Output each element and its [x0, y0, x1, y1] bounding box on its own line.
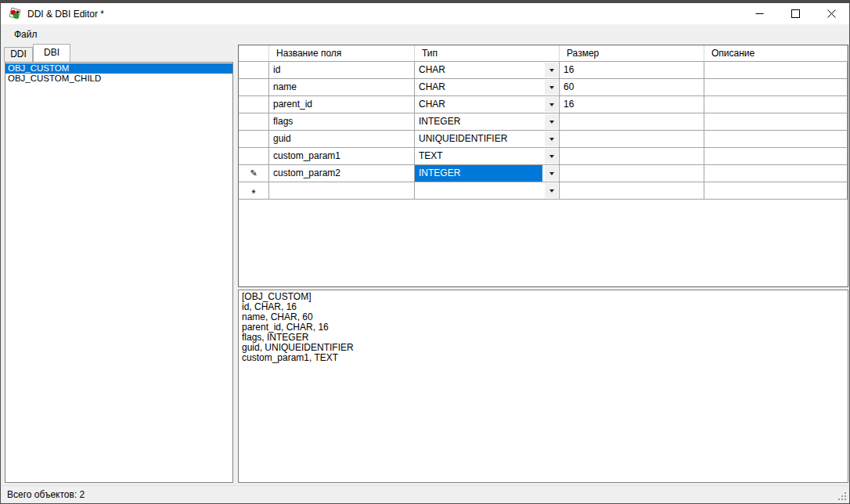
chevron-down-icon [549, 138, 554, 141]
row-header[interactable] [239, 96, 269, 113]
grid-cell-description[interactable] [704, 79, 848, 96]
grid-cell-size[interactable] [560, 148, 704, 165]
grid-header-row: Название поля Тип Размер Описание [239, 45, 848, 62]
grid-cell-type[interactable]: CHAR [415, 96, 560, 113]
type-dropdown-button[interactable] [545, 97, 558, 112]
grid-row: flagsINTEGER [239, 113, 848, 131]
minimize-button[interactable] [741, 3, 777, 24]
tab-ddi[interactable]: DDI [4, 47, 33, 62]
minimize-icon [755, 9, 764, 18]
type-dropdown-button[interactable] [545, 183, 558, 198]
column-header-description[interactable]: Описание [704, 45, 848, 62]
chevron-down-icon [549, 86, 554, 89]
app-window: DDI & DBI Editor * Файл DDI DBI OBJ_CUST… [0, 0, 850, 504]
grid-cell-type[interactable]: INTEGER [415, 113, 560, 131]
row-header[interactable] [239, 148, 269, 165]
column-header-name[interactable]: Название поля [269, 45, 415, 62]
type-value[interactable]: CHAR [415, 96, 542, 113]
grid-cell-size[interactable] [560, 113, 704, 131]
type-value[interactable] [415, 182, 542, 199]
edit-pencil-icon: ✎ [250, 169, 257, 178]
type-dropdown-button[interactable] [545, 114, 558, 129]
column-header-type[interactable]: Тип [415, 45, 560, 62]
grid-cell-description[interactable] [704, 182, 848, 200]
row-header[interactable]: * [239, 182, 269, 200]
type-dropdown-button[interactable] [545, 166, 558, 181]
type-dropdown-button[interactable] [545, 63, 558, 77]
type-dropdown-button[interactable] [545, 80, 558, 95]
row-header[interactable] [239, 79, 269, 96]
app-icon [8, 7, 22, 21]
grid-cell-name[interactable]: id [269, 62, 415, 79]
object-list: OBJ_CUSTOMOBJ_CUSTOM_CHILD [5, 62, 233, 483]
menu-bar: Файл [1, 24, 849, 45]
grid-cell-type[interactable]: CHAR [415, 62, 560, 79]
type-dropdown-button[interactable] [545, 149, 558, 164]
list-item[interactable]: OBJ_CUSTOM_CHILD [5, 74, 232, 84]
grid-row: nameCHAR60 [239, 79, 848, 96]
type-value[interactable]: INTEGER [415, 165, 542, 182]
row-header[interactable]: ✎ [239, 165, 269, 182]
grid-cell-description[interactable] [704, 131, 848, 148]
new-row-asterisk-icon: * [251, 185, 255, 197]
grid-cell-type[interactable]: CHAR [415, 79, 560, 96]
grid-cell-size[interactable]: 60 [560, 79, 704, 96]
type-dropdown-button[interactable] [545, 131, 558, 146]
chevron-down-icon [549, 172, 554, 175]
grid-cell-description[interactable] [704, 96, 848, 113]
status-text: Всего объектов: 2 [7, 489, 85, 500]
maximize-icon [791, 9, 800, 18]
grid-cell-type[interactable]: INTEGER [415, 165, 560, 182]
grid-cell-name[interactable]: flags [269, 113, 415, 131]
grid-cell-name[interactable]: guid [269, 131, 415, 148]
grid-row: ✎custom_param2INTEGER [239, 165, 848, 182]
titlebar: DDI & DBI Editor * [1, 3, 849, 24]
grid-body: idCHAR16nameCHAR60parent_idCHAR16flagsIN… [239, 62, 848, 200]
grid-cell-size[interactable] [560, 182, 704, 200]
grid-row: guidUNIQUEIDENTIFIER [239, 131, 848, 148]
close-button[interactable] [813, 3, 849, 24]
close-icon [827, 9, 836, 18]
chevron-down-icon [549, 69, 554, 72]
row-header[interactable] [239, 62, 269, 79]
type-value[interactable]: CHAR [415, 62, 542, 78]
grid-cell-size[interactable]: 16 [560, 62, 704, 79]
grid-cell-name[interactable]: custom_param2 [269, 165, 415, 182]
grid-cell-description[interactable] [704, 165, 848, 182]
row-header[interactable] [239, 113, 269, 131]
row-header[interactable] [239, 131, 269, 148]
grid-cell-type[interactable]: UNIQUEIDENTIFIER [415, 131, 560, 148]
tab-dbi[interactable]: DBI [33, 44, 70, 62]
grid-cell-size[interactable] [560, 131, 704, 148]
ddl-preview-textbox[interactable]: [OBJ_CUSTOM] id, CHAR, 16 name, CHAR, 60… [238, 290, 848, 483]
grid-cell-name[interactable]: name [269, 79, 415, 96]
grid-cell-description[interactable] [704, 113, 848, 131]
type-value[interactable]: INTEGER [415, 113, 542, 130]
window-title: DDI & DBI Editor * [27, 9, 104, 20]
grid-cell-name[interactable]: custom_param1 [269, 148, 415, 165]
grid-cell-type[interactable]: TEXT [415, 148, 560, 165]
grid-corner-header[interactable] [239, 45, 269, 62]
grid-cell-size[interactable]: 16 [560, 96, 704, 113]
type-value[interactable]: TEXT [415, 148, 542, 164]
column-header-size[interactable]: Размер [560, 45, 704, 62]
type-value[interactable]: UNIQUEIDENTIFIER [415, 131, 542, 147]
grid-cell-description[interactable] [704, 62, 848, 79]
grid-row: parent_idCHAR16 [239, 96, 848, 113]
resize-grip[interactable] [837, 491, 847, 501]
menu-file[interactable]: Файл [8, 27, 44, 42]
status-bar: Всего объектов: 2 [1, 485, 849, 503]
grid-cell-size[interactable] [560, 165, 704, 182]
grid-cell-name[interactable] [269, 182, 415, 200]
window-controls [741, 3, 849, 24]
grid-cell-description[interactable] [704, 148, 848, 165]
grid-row: idCHAR16 [239, 62, 848, 79]
grid-cell-name[interactable]: parent_id [269, 96, 415, 113]
fields-grid: Название поля Тип Размер Описание idCHAR… [238, 45, 848, 287]
list-item[interactable]: OBJ_CUSTOM [5, 63, 232, 74]
chevron-down-icon [549, 189, 554, 193]
type-value[interactable]: CHAR [415, 79, 542, 95]
chevron-down-icon [549, 155, 554, 158]
maximize-button[interactable] [777, 3, 813, 24]
grid-cell-type[interactable] [415, 182, 560, 200]
